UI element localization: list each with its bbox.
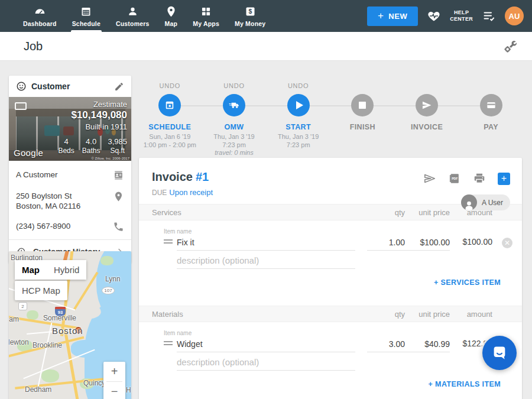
zoom-in-button[interactable]: + <box>103 362 125 381</box>
customer-address: 250 Boylston StBoston, MA 02116 <box>16 191 113 211</box>
user-avatar-icon <box>461 194 477 210</box>
customer-name: A Customer <box>16 170 113 180</box>
job-settings-wrench-icon[interactable] <box>502 39 518 54</box>
invoice-due: DUEUpon receipt <box>152 188 509 197</box>
smiley-face-icon <box>16 81 27 92</box>
zillow-copyright: © Zillow, Inc. 2006-2017 <box>92 157 129 160</box>
start-step-button[interactable] <box>287 94 310 116</box>
zestimate-label: Zestimate <box>71 100 127 109</box>
customer-name-row: A Customer <box>9 164 131 186</box>
drag-handle[interactable] <box>164 238 173 245</box>
step-start: UNDO START Thu, Jan 3 '197:23 pm <box>266 79 330 157</box>
section-name: Services <box>152 208 367 217</box>
map-label: Brookline <box>33 341 62 349</box>
customer-details: A Customer 250 Boylston StBoston, MA 021… <box>9 161 131 263</box>
phone-icon[interactable] <box>113 221 124 232</box>
nav-item-map[interactable]: Map <box>157 0 186 32</box>
item-name-input[interactable] <box>177 236 355 251</box>
unit-price-input[interactable] <box>405 338 450 352</box>
drag-handle[interactable] <box>164 339 173 347</box>
nav-item-my-money[interactable]: $ My Money <box>227 0 273 32</box>
pdf-icon[interactable]: PDF <box>448 172 461 185</box>
customer-phone-row: (234) 567-8900 <box>9 216 131 237</box>
map-label: Somerville <box>43 314 76 322</box>
nav-label: Customers <box>116 20 150 27</box>
help-center-button[interactable]: HELPCENTER <box>450 9 473 22</box>
property-stats: 4Beds 4.0Baths 3,985Sq.ft <box>58 137 127 155</box>
send-icon <box>421 99 433 111</box>
zoom-out-button[interactable]: − <box>103 382 125 399</box>
job-progress-stepper: UNDO SCHEDULE Sun, Jan 6 '191:00 pm - 2:… <box>138 79 523 155</box>
print-icon[interactable] <box>473 172 486 185</box>
services-section: Services qty unit price amount Item name… <box>139 204 522 296</box>
chat-bubble-icon <box>491 344 508 362</box>
map-label: Waltham <box>9 315 19 323</box>
svg-text:$: $ <box>248 8 252 15</box>
contact-card-icon <box>113 170 124 181</box>
due-terms-link[interactable]: Upon receipt <box>169 188 213 197</box>
map-type-hybrid-button[interactable]: Hybrid <box>47 260 86 280</box>
omw-step-button[interactable] <box>223 94 245 116</box>
assigned-user-name: A User <box>482 199 503 207</box>
nav-label: Dashboard <box>23 20 57 27</box>
schedule-step-button[interactable] <box>158 94 181 116</box>
item-name-label: Item name <box>164 330 522 336</box>
send-invoice-icon[interactable] <box>423 172 436 185</box>
finish-step-button[interactable] <box>351 94 374 116</box>
credit-card-icon <box>485 99 497 111</box>
map-card[interactable]: 107 2 93 Burlington Lynn Somerville Bost… <box>9 251 131 399</box>
route-shield-2: 2 <box>18 302 27 310</box>
top-nav: Dashboard Schedule Customers Map My Apps… <box>0 0 532 32</box>
svg-text:PDF: PDF <box>452 177 458 180</box>
hcp-map-button[interactable]: HCP Map <box>15 281 67 300</box>
undo-omw-button[interactable]: UNDO <box>202 82 267 92</box>
calendar-icon <box>164 99 176 111</box>
stop-icon <box>359 102 366 109</box>
new-button[interactable]: +NEW <box>367 7 418 26</box>
money-dollar-icon: $ <box>244 5 257 18</box>
item-name-label: Item name <box>164 228 522 235</box>
zestimate-value: $10,149,080 <box>71 109 127 121</box>
undo-schedule-button[interactable]: UNDO <box>138 82 202 92</box>
add-invoice-item-button[interactable]: + <box>498 173 510 185</box>
customer-address-row: 250 Boylston StBoston, MA 02116 <box>9 186 131 216</box>
task-list-icon[interactable] <box>482 9 496 23</box>
user-avatar[interactable]: AU <box>505 7 524 25</box>
undo-start-button[interactable]: UNDO <box>266 82 330 92</box>
nav-item-my-apps[interactable]: My Apps <box>185 0 227 32</box>
step-schedule: UNDO SCHEDULE Sun, Jan 6 '191:00 pm - 2:… <box>138 79 202 157</box>
truck-icon <box>228 99 240 111</box>
assigned-user-pill[interactable]: A User <box>461 194 510 210</box>
pay-step-button[interactable] <box>480 94 502 116</box>
nav-item-schedule[interactable]: Schedule <box>64 0 108 32</box>
invoice-step-button[interactable] <box>416 94 438 116</box>
chat-widget-button[interactable] <box>482 336 517 370</box>
remove-item-button[interactable]: ✕ <box>502 238 512 248</box>
nav-label: My Money <box>235 20 265 27</box>
apps-grid-icon <box>200 5 212 18</box>
invoice-header: Invoice#1 DUEUpon receipt PDF + A User <box>139 158 522 204</box>
invoice-actions: PDF + <box>423 172 510 185</box>
add-services-item-link[interactable]: + SERVICES ITEM <box>434 278 501 287</box>
description-input[interactable] <box>177 356 355 371</box>
item-name-input[interactable] <box>177 338 355 352</box>
page-header: Job <box>0 32 532 61</box>
edit-pencil-icon[interactable] <box>114 82 124 92</box>
qty-input[interactable] <box>367 236 405 251</box>
location-pin-icon <box>113 191 124 202</box>
schedule-calendar-icon <box>80 5 92 18</box>
material-line-item: Item name $122.97 <box>139 330 522 371</box>
nav-item-customers[interactable]: Customers <box>108 0 157 32</box>
unit-price-input[interactable] <box>405 236 450 251</box>
health-heart-icon[interactable] <box>427 9 441 23</box>
map-zoom-control: + − <box>103 362 125 399</box>
description-input[interactable] <box>177 254 355 269</box>
built-year: Built in 1911 <box>71 122 127 131</box>
step-omw: UNDO OMW Thu, Jan 3 '197:23 pmtravel: 0 … <box>202 79 267 157</box>
nav-item-dashboard[interactable]: Dashboard <box>15 0 64 32</box>
qty-input[interactable] <box>367 338 405 352</box>
nav-label: My Apps <box>193 20 219 27</box>
map-type-map-button[interactable]: Map <box>15 260 47 280</box>
map-type-buttons: Map Hybrid <box>15 260 86 280</box>
add-materials-item-link[interactable]: + MATERIALS ITEM <box>429 380 501 388</box>
